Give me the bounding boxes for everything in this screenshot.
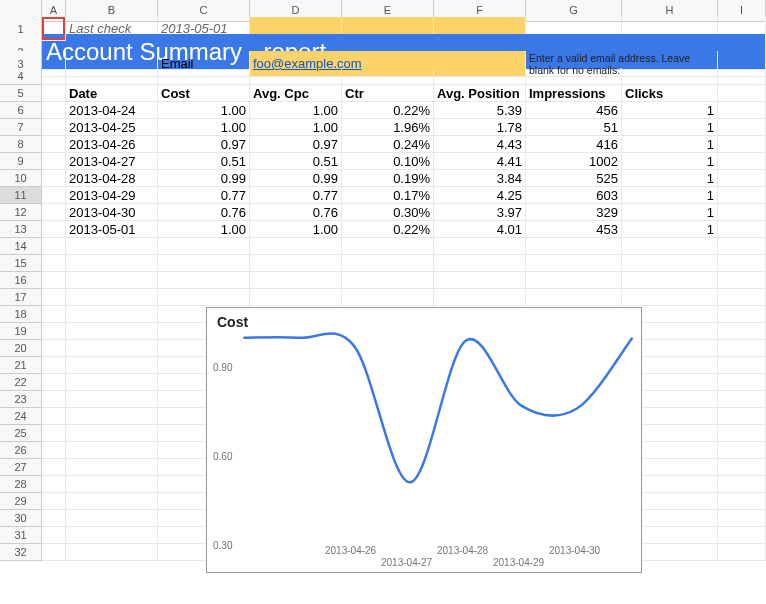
- cell-clicks[interactable]: 1: [622, 119, 718, 136]
- cell-date[interactable]: 2013-04-25: [66, 119, 158, 136]
- cell[interactable]: [66, 408, 158, 425]
- cell-clicks[interactable]: 1: [622, 187, 718, 204]
- cell[interactable]: [718, 272, 766, 289]
- cell[interactable]: [66, 357, 158, 374]
- row-header-31[interactable]: 31: [0, 527, 42, 544]
- cell-avgcpc[interactable]: 0.97: [250, 136, 342, 153]
- cell[interactable]: [718, 306, 766, 323]
- cell-cost[interactable]: 1.00: [158, 102, 250, 119]
- row-header-17[interactable]: 17: [0, 289, 42, 306]
- cell[interactable]: [66, 238, 158, 255]
- row-header-25[interactable]: 25: [0, 425, 42, 442]
- cell[interactable]: [718, 289, 766, 306]
- row-header-7[interactable]: 7: [0, 119, 42, 136]
- cell[interactable]: [342, 68, 434, 85]
- cell[interactable]: [42, 510, 66, 527]
- cell-date[interactable]: 2013-05-01: [66, 221, 158, 238]
- row-header-27[interactable]: 27: [0, 459, 42, 476]
- cell-clicks[interactable]: 1: [622, 153, 718, 170]
- cell[interactable]: [718, 323, 766, 340]
- cell[interactable]: [526, 238, 622, 255]
- cell[interactable]: [66, 544, 158, 561]
- cell[interactable]: [718, 119, 766, 136]
- cell[interactable]: [342, 238, 434, 255]
- cell-avgcpc[interactable]: 0.99: [250, 170, 342, 187]
- cell[interactable]: [526, 272, 622, 289]
- cell[interactable]: [718, 408, 766, 425]
- row-header-15[interactable]: 15: [0, 255, 42, 272]
- cell[interactable]: [718, 510, 766, 527]
- cell[interactable]: [66, 374, 158, 391]
- cell-avgpos[interactable]: 3.97: [434, 204, 526, 221]
- cell-ctr[interactable]: 1.96%: [342, 119, 434, 136]
- row-header-13[interactable]: 13: [0, 221, 42, 238]
- cell-ctr[interactable]: 0.17%: [342, 187, 434, 204]
- cell[interactable]: [42, 102, 66, 119]
- cell[interactable]: [42, 272, 66, 289]
- cell[interactable]: [718, 476, 766, 493]
- cell[interactable]: [42, 153, 66, 170]
- cell[interactable]: [718, 68, 766, 85]
- cell-avgcpc[interactable]: 0.77: [250, 187, 342, 204]
- cell[interactable]: [42, 68, 66, 85]
- row-header-30[interactable]: 30: [0, 510, 42, 527]
- cell[interactable]: [718, 153, 766, 170]
- cell[interactable]: [718, 238, 766, 255]
- cell[interactable]: [434, 68, 526, 85]
- cell-cost[interactable]: 0.97: [158, 136, 250, 153]
- row-header-23[interactable]: 23: [0, 391, 42, 408]
- cell[interactable]: [42, 119, 66, 136]
- cell[interactable]: [42, 527, 66, 544]
- cell[interactable]: [42, 255, 66, 272]
- cell-date[interactable]: 2013-04-29: [66, 187, 158, 204]
- row-header-11[interactable]: 11: [0, 187, 42, 204]
- cell-avgpos[interactable]: 4.25: [434, 187, 526, 204]
- cell[interactable]: [158, 289, 250, 306]
- cell[interactable]: [66, 340, 158, 357]
- cell-impr[interactable]: 456: [526, 102, 622, 119]
- cell[interactable]: [66, 442, 158, 459]
- row-header-10[interactable]: 10: [0, 170, 42, 187]
- cell[interactable]: [622, 255, 718, 272]
- cell-ctr[interactable]: 0.22%: [342, 221, 434, 238]
- cell[interactable]: [42, 323, 66, 340]
- cell[interactable]: [42, 442, 66, 459]
- cell[interactable]: [158, 68, 250, 85]
- row-header-14[interactable]: 14: [0, 238, 42, 255]
- cell[interactable]: [66, 493, 158, 510]
- cell[interactable]: [250, 289, 342, 306]
- row-header-28[interactable]: 28: [0, 476, 42, 493]
- cell[interactable]: [342, 255, 434, 272]
- row-header-20[interactable]: 20: [0, 340, 42, 357]
- cell[interactable]: [250, 272, 342, 289]
- cell-impr[interactable]: 525: [526, 170, 622, 187]
- cell-clicks[interactable]: 1: [622, 102, 718, 119]
- cell-date[interactable]: 2013-04-30: [66, 204, 158, 221]
- cell[interactable]: [42, 238, 66, 255]
- cell[interactable]: [66, 323, 158, 340]
- cell[interactable]: [718, 544, 766, 561]
- cell[interactable]: [718, 102, 766, 119]
- cell-clicks[interactable]: 1: [622, 204, 718, 221]
- row-header-26[interactable]: 26: [0, 442, 42, 459]
- row-header-4[interactable]: 4: [0, 68, 42, 85]
- cell[interactable]: [718, 527, 766, 544]
- row-header-8[interactable]: 8: [0, 136, 42, 153]
- cell[interactable]: [718, 493, 766, 510]
- cell[interactable]: [622, 289, 718, 306]
- cell[interactable]: [42, 306, 66, 323]
- cell[interactable]: [66, 255, 158, 272]
- row-header-6[interactable]: 6: [0, 102, 42, 119]
- cell[interactable]: [66, 306, 158, 323]
- row-header-12[interactable]: 12: [0, 204, 42, 221]
- cell[interactable]: [526, 289, 622, 306]
- cell[interactable]: [42, 391, 66, 408]
- cell[interactable]: [42, 204, 66, 221]
- cell[interactable]: [718, 255, 766, 272]
- cell-date[interactable]: 2013-04-28: [66, 170, 158, 187]
- cell[interactable]: [42, 187, 66, 204]
- row-header-18[interactable]: 18: [0, 306, 42, 323]
- cell-avgcpc[interactable]: 0.76: [250, 204, 342, 221]
- cell[interactable]: [66, 289, 158, 306]
- cell-date[interactable]: 2013-04-26: [66, 136, 158, 153]
